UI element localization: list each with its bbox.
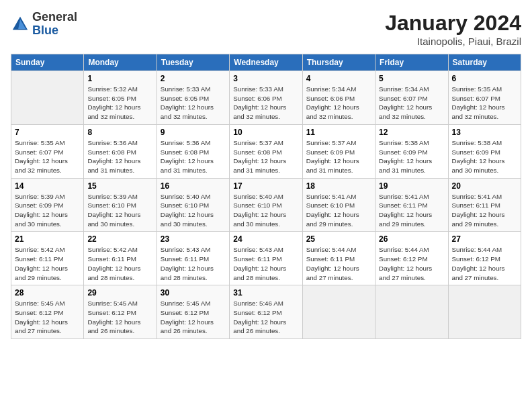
calendar-cell: 28 Sunrise: 5:45 AMSunset: 6:12 PMDaylig… [11, 285, 84, 339]
calendar-cell: 5 Sunrise: 5:34 AMSunset: 6:07 PMDayligh… [375, 71, 448, 125]
day-number: 2 [161, 74, 226, 83]
day-number: 1 [87, 74, 152, 83]
header-monday: Monday [84, 54, 157, 71]
calendar-cell: 2 Sunrise: 5:33 AMSunset: 6:05 PMDayligh… [157, 71, 229, 125]
calendar-cell [302, 285, 375, 339]
day-number: 13 [452, 128, 517, 137]
sub-title: Itainopolis, Piaui, Brazil [385, 36, 521, 47]
day-number: 22 [87, 234, 152, 244]
calendar-cell: 24 Sunrise: 5:43 AMSunset: 6:11 PMDaylig… [230, 232, 302, 285]
day-number: 10 [233, 128, 298, 137]
day-info: Sunrise: 5:43 AMSunset: 6:11 PMDaylight:… [161, 246, 214, 281]
day-number: 15 [87, 181, 152, 191]
day-info: Sunrise: 5:45 AMSunset: 6:12 PMDaylight:… [15, 300, 68, 334]
day-info: Sunrise: 5:44 AMSunset: 6:11 PMDaylight:… [306, 246, 359, 281]
calendar-cell: 14 Sunrise: 5:39 AMSunset: 6:09 PMDaylig… [11, 178, 84, 232]
day-info: Sunrise: 5:33 AMSunset: 6:05 PMDaylight:… [161, 85, 214, 120]
day-info: Sunrise: 5:32 AMSunset: 6:05 PMDaylight:… [87, 85, 140, 120]
header-saturday: Saturday [448, 54, 521, 71]
day-info: Sunrise: 5:42 AMSunset: 6:11 PMDaylight:… [87, 246, 140, 281]
calendar-cell: 21 Sunrise: 5:42 AMSunset: 6:11 PMDaylig… [11, 232, 84, 285]
logo-icon [11, 15, 30, 34]
header-thursday: Thursday [302, 54, 375, 71]
day-info: Sunrise: 5:38 AMSunset: 6:09 PMDaylight:… [452, 139, 505, 174]
calendar-cell: 25 Sunrise: 5:44 AMSunset: 6:11 PMDaylig… [302, 232, 375, 285]
day-number: 9 [161, 128, 226, 137]
calendar-cell [448, 285, 521, 339]
calendar-cell: 4 Sunrise: 5:34 AMSunset: 6:06 PMDayligh… [302, 71, 375, 125]
calendar-body: 1 Sunrise: 5:32 AMSunset: 6:05 PMDayligh… [11, 71, 521, 339]
logo-general-text: General [32, 11, 77, 24]
calendar-cell: 16 Sunrise: 5:40 AMSunset: 6:10 PMDaylig… [157, 178, 229, 232]
day-number: 12 [379, 128, 444, 137]
logo-blue-text: Blue [32, 24, 77, 38]
calendar-cell [11, 71, 84, 125]
calendar-week-3: 14 Sunrise: 5:39 AMSunset: 6:09 PMDaylig… [11, 178, 521, 232]
calendar-cell: 7 Sunrise: 5:35 AMSunset: 6:07 PMDayligh… [11, 124, 84, 178]
calendar-cell: 27 Sunrise: 5:44 AMSunset: 6:12 PMDaylig… [448, 232, 521, 285]
day-number: 5 [379, 74, 444, 83]
calendar-cell: 6 Sunrise: 5:35 AMSunset: 6:07 PMDayligh… [448, 71, 521, 125]
header-sunday: Sunday [11, 54, 84, 71]
day-info: Sunrise: 5:33 AMSunset: 6:06 PMDaylight:… [233, 85, 286, 120]
day-number: 4 [306, 74, 371, 83]
title-block: January 2024 Itainopolis, Piaui, Brazil [385, 11, 521, 47]
calendar-cell: 15 Sunrise: 5:39 AMSunset: 6:10 PMDaylig… [84, 178, 157, 232]
calendar-cell: 23 Sunrise: 5:43 AMSunset: 6:11 PMDaylig… [157, 232, 229, 285]
day-number: 19 [379, 181, 444, 191]
calendar-cell: 30 Sunrise: 5:45 AMSunset: 6:12 PMDaylig… [157, 285, 229, 339]
day-info: Sunrise: 5:36 AMSunset: 6:08 PMDaylight:… [87, 139, 140, 174]
calendar-cell: 29 Sunrise: 5:45 AMSunset: 6:12 PMDaylig… [84, 285, 157, 339]
day-number: 8 [87, 128, 152, 137]
calendar-cell: 9 Sunrise: 5:36 AMSunset: 6:08 PMDayligh… [157, 124, 229, 178]
calendar-cell: 8 Sunrise: 5:36 AMSunset: 6:08 PMDayligh… [84, 124, 157, 178]
day-info: Sunrise: 5:45 AMSunset: 6:12 PMDaylight:… [87, 300, 140, 334]
calendar-week-5: 28 Sunrise: 5:45 AMSunset: 6:12 PMDaylig… [11, 285, 521, 339]
day-number: 27 [452, 234, 517, 244]
day-info: Sunrise: 5:46 AMSunset: 6:12 PMDaylight:… [233, 300, 286, 334]
day-info: Sunrise: 5:35 AMSunset: 6:07 PMDaylight:… [15, 139, 68, 174]
day-info: Sunrise: 5:44 AMSunset: 6:12 PMDaylight:… [379, 246, 432, 281]
calendar-week-2: 7 Sunrise: 5:35 AMSunset: 6:07 PMDayligh… [11, 124, 521, 178]
day-number: 25 [306, 234, 371, 244]
logo-text: General Blue [32, 11, 77, 38]
day-number: 23 [161, 234, 226, 244]
header-friday: Friday [375, 54, 448, 71]
main-title: January 2024 [385, 11, 521, 36]
calendar-cell: 3 Sunrise: 5:33 AMSunset: 6:06 PMDayligh… [230, 71, 302, 125]
day-number: 29 [87, 288, 152, 298]
day-number: 28 [15, 288, 80, 298]
day-number: 7 [15, 128, 80, 137]
day-info: Sunrise: 5:40 AMSunset: 6:10 PMDaylight:… [161, 193, 214, 228]
calendar-cell: 13 Sunrise: 5:38 AMSunset: 6:09 PMDaylig… [448, 124, 521, 178]
logo: General Blue [11, 11, 77, 38]
day-number: 21 [15, 234, 80, 244]
day-info: Sunrise: 5:36 AMSunset: 6:08 PMDaylight:… [161, 139, 214, 174]
day-info: Sunrise: 5:38 AMSunset: 6:09 PMDaylight:… [379, 139, 432, 174]
calendar-cell: 12 Sunrise: 5:38 AMSunset: 6:09 PMDaylig… [375, 124, 448, 178]
calendar-cell: 20 Sunrise: 5:41 AMSunset: 6:11 PMDaylig… [448, 178, 521, 232]
day-info: Sunrise: 5:43 AMSunset: 6:11 PMDaylight:… [233, 246, 286, 281]
header-row-days: Sunday Monday Tuesday Wednesday Thursday… [11, 54, 521, 71]
day-info: Sunrise: 5:45 AMSunset: 6:12 PMDaylight:… [161, 300, 214, 334]
calendar-table: Sunday Monday Tuesday Wednesday Thursday… [11, 54, 521, 339]
calendar-cell: 26 Sunrise: 5:44 AMSunset: 6:12 PMDaylig… [375, 232, 448, 285]
day-number: 18 [306, 181, 371, 191]
day-info: Sunrise: 5:41 AMSunset: 6:11 PMDaylight:… [452, 193, 505, 228]
calendar-cell: 19 Sunrise: 5:41 AMSunset: 6:11 PMDaylig… [375, 178, 448, 232]
day-number: 20 [452, 181, 517, 191]
day-info: Sunrise: 5:35 AMSunset: 6:07 PMDaylight:… [452, 85, 505, 120]
day-info: Sunrise: 5:37 AMSunset: 6:08 PMDaylight:… [233, 139, 286, 174]
calendar-cell: 22 Sunrise: 5:42 AMSunset: 6:11 PMDaylig… [84, 232, 157, 285]
day-number: 14 [15, 181, 80, 191]
header-wednesday: Wednesday [230, 54, 302, 71]
day-info: Sunrise: 5:44 AMSunset: 6:12 PMDaylight:… [452, 246, 505, 281]
day-number: 3 [233, 74, 298, 83]
day-number: 30 [161, 288, 226, 298]
day-info: Sunrise: 5:40 AMSunset: 6:10 PMDaylight:… [233, 193, 286, 228]
day-info: Sunrise: 5:34 AMSunset: 6:07 PMDaylight:… [379, 85, 432, 120]
day-number: 17 [233, 181, 298, 191]
calendar-cell [375, 285, 448, 339]
calendar-cell: 10 Sunrise: 5:37 AMSunset: 6:08 PMDaylig… [230, 124, 302, 178]
header-tuesday: Tuesday [157, 54, 229, 71]
